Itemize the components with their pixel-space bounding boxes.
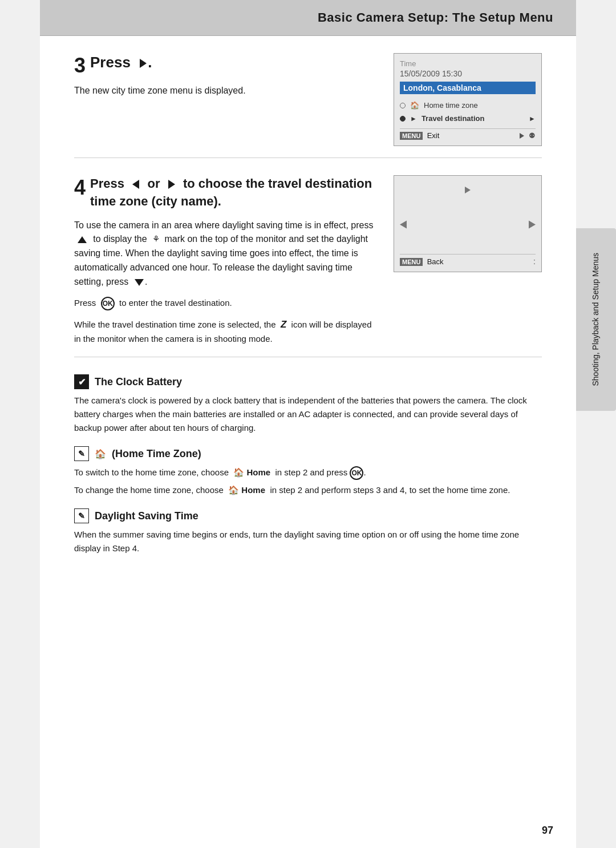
home-time-zone-header: ✎ 🏠 (Home Time Zone): [74, 446, 542, 461]
clock-battery-header: ✔ The Clock Battery: [74, 374, 542, 389]
radio-unselected: [400, 103, 406, 108]
home-time-zone-text-1: To switch to the home time zone, choose …: [74, 466, 542, 480]
down-arrow-icon: [135, 279, 144, 286]
clock-battery-text: The camera's clock is powered by a clock…: [74, 394, 542, 435]
body3-text: While the travel destination time zone i…: [74, 320, 276, 329]
daylight-saving-note: ✎ Daylight Saving Time When the summer s…: [74, 508, 542, 555]
step-3-heading: 3 Press .: [74, 53, 376, 76]
step-4-body-3: While the travel destination time zone i…: [74, 317, 376, 346]
step-3-number: 3: [74, 55, 86, 76]
arrow-travel-icon: ►: [410, 115, 417, 123]
body2-end: to enter the travel destination.: [119, 298, 232, 308]
left-arrow-icon: [132, 180, 139, 189]
exit-label: Exit: [427, 131, 440, 140]
side-tab-label: Shooting, Playback and Setup Menus: [590, 253, 602, 386]
body1-end: .: [145, 277, 147, 286]
step-4-left: 4 Press or to choose the travel destinat…: [74, 175, 376, 345]
menu-badge: MENU: [400, 132, 423, 140]
header-title: Basic Camera Setup: The Setup Menu: [318, 10, 553, 25]
home-icon-inline: 🏠: [233, 467, 244, 477]
step-3-body: The new city time zone menu is displayed…: [74, 84, 376, 98]
step-4-heading: 4 Press or to choose the travel destinat…: [74, 175, 376, 211]
step-3-left: 3 Press . The new city time zone menu is…: [74, 53, 376, 146]
step-4-body-2: Press OK to enter the travel destination…: [74, 296, 376, 310]
home-icon-heading: 🏠: [95, 449, 106, 459]
body1-text2: to display the: [93, 234, 147, 244]
up-arrow-icon: [78, 236, 87, 243]
step-4-number: 4: [74, 177, 86, 198]
step-4-section: 4 Press or to choose the travel destinat…: [74, 175, 542, 357]
home-time-zone-note: ✎ 🏠 (Home Time Zone) To switch to the ho…: [74, 446, 542, 497]
camera-option-travel: ► Travel destination ►: [400, 113, 536, 124]
pencil-icon-2: ✎: [74, 508, 89, 523]
notes-section: ✔ The Clock Battery The camera's clock i…: [74, 374, 542, 555]
footer-arrow-right: [520, 133, 524, 139]
radio-selected: [400, 116, 406, 122]
camera-selected-city: London, Casablanca: [400, 82, 536, 94]
travel-arrow: ►: [529, 115, 536, 123]
home-label: Home: [247, 467, 271, 477]
left-nav-arrow: [400, 220, 407, 228]
ok-button-icon: OK: [101, 297, 115, 310]
clock-battery-title: The Clock Battery: [95, 376, 182, 388]
menu-label-2: MENU Back: [400, 257, 444, 266]
camera-time-value: 15/05/2009 15:30: [400, 69, 536, 78]
daylight-saving-title: Daylight Saving Time: [95, 510, 198, 522]
camera-footer-2: MENU Back :: [400, 254, 536, 266]
body1-text1: To use the camera in an area where dayli…: [74, 220, 373, 230]
daylight-saving-header: ✎ Daylight Saving Time: [74, 508, 542, 523]
pencil-icon: ✎: [74, 446, 89, 461]
step-3-section: 3 Press . The new city time zone menu is…: [74, 53, 542, 158]
ok-icon-note: OK: [350, 466, 363, 480]
home-time-zone-text-2: To change the home time zone, choose 🏠 H…: [74, 483, 542, 497]
footer-globe: ⚉: [529, 131, 536, 140]
daylight-saving-text: When the summer saving time begins or en…: [74, 528, 542, 555]
side-tab: Shooting, Playback and Setup Menus: [576, 228, 616, 411]
right-arrow-icon: [140, 59, 147, 68]
page-number: 97: [542, 825, 553, 837]
camera-option-home: 🏠 Home time zone: [400, 100, 536, 111]
top-arrow-area: [400, 181, 536, 193]
home-icon-small: 🏠: [410, 101, 419, 110]
step-4-body-1: To use the camera in an area where dayli…: [74, 219, 376, 289]
page: Basic Camera Setup: The Setup Menu Shoot…: [40, 0, 576, 848]
body2-press: Press: [74, 298, 96, 308]
camera-time-label: Time: [400, 59, 536, 68]
home-time-zone-title: (Home Time Zone): [112, 448, 201, 460]
menu-label: MENU Exit: [400, 131, 439, 140]
step-4-press: Press: [90, 176, 124, 191]
main-content: 3 Press . The new city time zone menu is…: [40, 36, 576, 589]
camera-screen-2: MENU Back :: [394, 175, 542, 272]
camera-screen-1: Time 15/05/2009 15:30 London, Casablanca…: [394, 53, 542, 146]
z-travel-icon: Z: [281, 319, 286, 330]
step-4-camera-ui: MENU Back :: [394, 175, 542, 345]
step-4-or: or: [147, 176, 160, 191]
colon-separator: :: [533, 257, 536, 266]
checkmark-icon: ✔: [74, 374, 89, 389]
top-center-arrow: [465, 187, 471, 193]
menu-badge-2: MENU: [400, 258, 423, 266]
home-option-label: Home time zone: [424, 101, 478, 110]
clock-battery-note: ✔ The Clock Battery The camera's clock i…: [74, 374, 542, 435]
sun-gear-icon: ⚘: [152, 234, 160, 244]
right-arrow-icon-2: [168, 180, 175, 189]
page-header: Basic Camera Setup: The Setup Menu: [40, 0, 576, 36]
right-nav-arrow: [529, 220, 536, 228]
right-arrow-nav: [528, 217, 537, 231]
step-3-press: Press: [90, 54, 131, 71]
left-arrow-nav: [399, 217, 408, 231]
travel-option-label: Travel destination: [422, 114, 485, 123]
step-3-camera-ui: Time 15/05/2009 15:30 London, Casablanca…: [394, 53, 542, 146]
step-3-period: .: [148, 54, 152, 71]
camera-footer-1: MENU Exit ⚉: [400, 128, 536, 140]
footer-icons: ⚉: [518, 131, 536, 140]
home-icon-inline-2: 🏠: [228, 485, 239, 495]
home-label-2: Home: [241, 485, 265, 495]
back-label: Back: [427, 257, 444, 266]
